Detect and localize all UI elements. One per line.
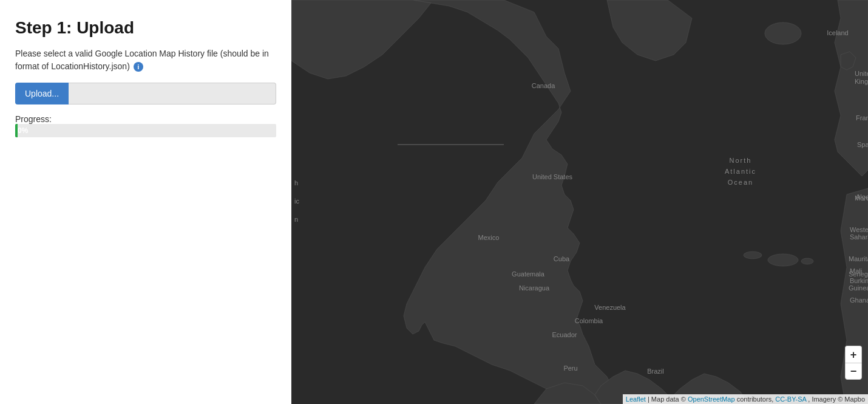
info-icon[interactable]: i — [134, 62, 143, 72]
left-panel: Step 1: Upload Please select a valid Goo… — [0, 0, 291, 404]
upload-button[interactable]: Upload... — [15, 83, 69, 104]
map-panel[interactable]: Canada United States Mexico Cuba Guatema… — [291, 0, 868, 404]
step-description: Please select a valid Google Location Ma… — [15, 47, 276, 73]
progress-text: 0% — [18, 126, 28, 135]
svg-point-4 — [801, 258, 813, 264]
svg-point-5 — [765, 22, 801, 44]
cc-link[interactable]: CC-BY-SA — [775, 395, 806, 403]
upload-row: Upload... — [15, 83, 276, 104]
zoom-in-button[interactable]: + — [845, 346, 862, 363]
page-title: Step 1: Upload — [15, 18, 276, 38]
progress-label: Progress: — [15, 114, 276, 124]
zoom-out-button[interactable]: − — [845, 363, 862, 380]
progress-section: Progress: 0% — [15, 112, 276, 137]
osm-link[interactable]: OpenStreetMap — [688, 395, 735, 403]
map-attribution: Leaflet | Map data © OpenStreetMap contr… — [623, 394, 868, 404]
svg-point-2 — [768, 254, 798, 266]
file-name-display — [69, 83, 276, 104]
map-zoom-controls: + − — [845, 346, 862, 380]
svg-point-3 — [744, 252, 762, 259]
leaflet-link[interactable]: Leaflet — [626, 395, 646, 403]
progress-bar-container: 0% — [15, 124, 276, 137]
map-svg: Canada United States Mexico Cuba Guatema… — [291, 0, 868, 404]
